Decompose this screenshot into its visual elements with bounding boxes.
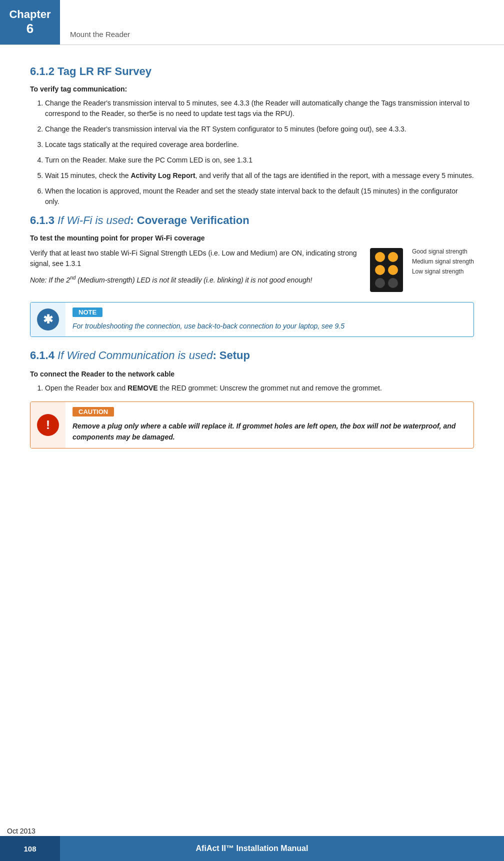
caution-block: ! CAUTION Remove a plug only where a cab…: [30, 402, 474, 448]
caution-icon-area: !: [30, 402, 66, 448]
list-item: When the location is approved, mount the…: [45, 186, 474, 207]
chapter-number: 6: [26, 21, 34, 36]
main-content: 6.1.2 Tag LR RF Survey To verify tag com…: [0, 45, 504, 472]
note-block: ✱ NOTE For troubleshooting the connectio…: [30, 302, 474, 337]
section-614-subheading: To connect the Reader to the network cab…: [30, 370, 474, 378]
section-614-list: Open the Reader box and REMOVE the RED g…: [45, 383, 474, 394]
signal-device-img: [370, 248, 403, 292]
section-613-heading: 6.1.3 If Wi-Fi is used: Coverage Verific…: [30, 214, 474, 227]
wifi-text-col: Verify that at least two stable Wi-Fi Si…: [30, 248, 358, 290]
page-header: Chapter 6 Mount the Reader: [0, 0, 504, 45]
led-mid-1: [375, 265, 385, 275]
caution-text: Remove a plug only where a cable will re…: [72, 420, 466, 443]
signal-row-top: [375, 252, 398, 262]
list-item: Change the Reader's transmission interva…: [45, 98, 474, 119]
section-614-heading: 6.1.4 If Wired Communication is used: Se…: [30, 349, 474, 362]
footer-title: AfiAct II™ Installation Manual: [196, 844, 308, 853]
chapter-label: Chapter: [9, 8, 50, 21]
wifi-image-col: Good signal strength Medium signal stren…: [370, 248, 474, 294]
led-mid-2: [388, 265, 398, 275]
section-612-subheading: To verify tag communication:: [30, 85, 474, 93]
note-icon-area: ✱: [30, 302, 66, 336]
note-label: NOTE: [72, 308, 102, 317]
wifi-signal-area: Verify that at least two stable Wi-Fi Si…: [30, 248, 474, 294]
chapter-box: Chapter 6: [0, 0, 60, 44]
list-item: Open the Reader box and REMOVE the RED g…: [45, 383, 474, 394]
section-612-list: Change the Reader's transmission interva…: [45, 98, 474, 207]
footer-page-number: 108: [24, 844, 36, 853]
signal-row-bot: [375, 278, 398, 288]
section-613-subheading: To test the mounting point for proper Wi…: [30, 234, 474, 242]
footer-date: Oct 2013: [7, 827, 36, 835]
signal-row-mid: [375, 265, 398, 275]
footer-left: 108: [0, 836, 60, 861]
signal-label-low: Low signal strength: [412, 268, 474, 275]
note-italic-text: Note: If the 2nd (Medium-strength) LED i…: [30, 274, 358, 286]
caution-label: CAUTION: [72, 407, 114, 416]
signal-labels: Good signal strength Medium signal stren…: [412, 248, 474, 275]
section-612-heading: 6.1.2 Tag LR RF Survey: [30, 65, 474, 78]
list-item: Turn on the Reader. Make sure the PC Com…: [45, 155, 474, 166]
header-title-area: Mount the Reader: [60, 0, 130, 44]
led-bot-1: [375, 278, 385, 288]
signal-label-good: Good signal strength: [412, 248, 474, 255]
signal-label-medium: Medium signal strength: [412, 258, 474, 265]
note-content: NOTE For troubleshooting the connection,…: [66, 302, 474, 336]
note-text: For troubleshooting the connection, use …: [72, 321, 466, 332]
caution-icon: !: [37, 414, 59, 436]
list-item: Wait 15 minutes, check the Activity Log …: [45, 170, 474, 181]
caution-content: CAUTION Remove a plug only where a cable…: [66, 402, 474, 448]
list-item: Change the Reader's transmission interva…: [45, 124, 474, 134]
page-footer: 108 AfiAct II™ Installation Manual: [0, 836, 504, 861]
note-icon: ✱: [37, 308, 59, 330]
wifi-para: Verify that at least two stable Wi-Fi Si…: [30, 248, 358, 269]
list-item: Locate tags statically at the required c…: [45, 140, 474, 150]
led-top-1: [375, 252, 385, 262]
header-subtitle: Mount the Reader: [70, 30, 130, 38]
led-bot-2: [388, 278, 398, 288]
led-top-2: [388, 252, 398, 262]
